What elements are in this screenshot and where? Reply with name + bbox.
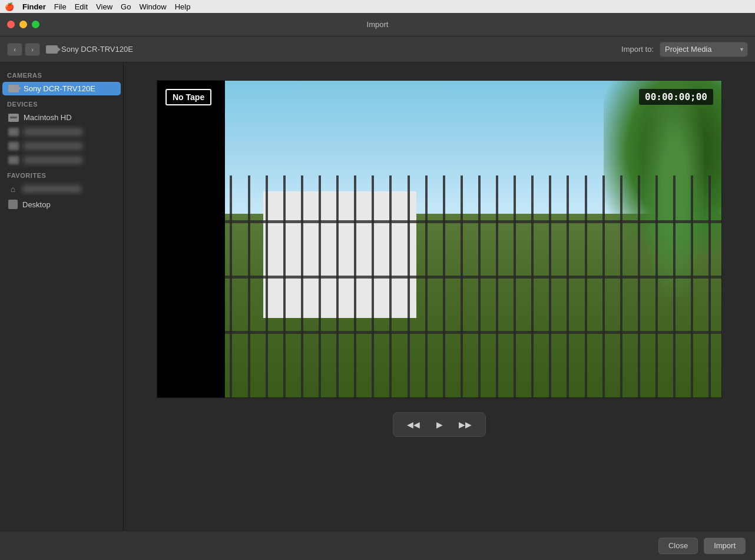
fence-bar-h3 xyxy=(225,331,721,334)
blurred-device-icon-1 xyxy=(8,128,19,136)
desktop-label: Desktop xyxy=(22,200,51,209)
fence-bar-v2 xyxy=(266,175,268,397)
fence-bar-v3 xyxy=(283,175,286,397)
camera-label: Sony DCR-TRV120E xyxy=(46,45,133,54)
fence-bar-v17 xyxy=(531,175,534,397)
home-icon: ⌂ xyxy=(8,184,18,194)
fence-bar-v0 xyxy=(230,175,232,397)
forward-button[interactable]: › xyxy=(25,43,40,56)
menu-window[interactable]: Window xyxy=(139,2,166,11)
import-to-selector[interactable]: Project Media New Bin Desktop xyxy=(660,42,748,57)
fence-bar-v10 xyxy=(408,175,410,397)
fence-bar-v22 xyxy=(620,175,622,397)
fast-forward-button[interactable]: ▶▶ xyxy=(455,416,476,433)
transport-controls: ◀◀ ▶ ▶▶ xyxy=(393,412,486,437)
menu-help[interactable]: Help xyxy=(175,2,191,11)
desktop-icon xyxy=(8,200,18,209)
titlebar: Import xyxy=(0,13,755,37)
no-tape-badge: No Tape xyxy=(165,89,211,105)
close-button[interactable]: Close xyxy=(658,538,698,554)
favorites-section-label: FAVORITES xyxy=(0,167,123,181)
video-scene xyxy=(157,81,721,397)
nav-buttons: ‹ › xyxy=(7,43,40,56)
fence-bar-v16 xyxy=(514,175,516,397)
hdd-icon xyxy=(8,114,19,122)
blurred-device-icon-3 xyxy=(8,156,19,164)
sidebar-item-sony-camera[interactable]: Sony DCR-TRV120E xyxy=(2,82,121,95)
toolbar: ‹ › Sony DCR-TRV120E Import to: Project … xyxy=(0,37,755,62)
rewind-button[interactable]: ◀◀ xyxy=(403,416,424,433)
timecode-display: 00:00:00;00 xyxy=(639,89,713,105)
back-button[interactable]: ‹ xyxy=(7,43,22,56)
fence-bar-h2 xyxy=(225,276,721,279)
maximize-window-button[interactable] xyxy=(32,21,39,28)
menu-edit[interactable]: Edit xyxy=(75,2,88,11)
window-controls xyxy=(7,21,39,28)
camera-device-icon xyxy=(8,85,19,92)
fence-bar-v23 xyxy=(638,175,640,397)
fence-bar-v20 xyxy=(585,175,587,397)
fence-bar-v21 xyxy=(602,175,605,397)
fence-bar-v12 xyxy=(443,175,445,397)
black-strip xyxy=(157,81,225,397)
menu-view[interactable]: View xyxy=(96,2,112,11)
blurred-device-label-1 xyxy=(24,128,82,135)
fence-bar-v14 xyxy=(478,175,481,397)
fence-bar-v9 xyxy=(389,175,392,397)
fence-bar-v18 xyxy=(549,175,551,397)
blurred-device-label-2 xyxy=(24,143,82,150)
main-area: CAMERAS Sony DCR-TRV120E DEVICES Macinto… xyxy=(0,62,755,531)
sidebar-camera-label: Sony DCR-TRV120E xyxy=(24,84,95,93)
sidebar-item-macintosh-hd[interactable]: Macintosh HD xyxy=(2,111,121,124)
blurred-home-label xyxy=(22,185,81,193)
fence-bar-v6 xyxy=(336,175,339,397)
fence-bar-v19 xyxy=(567,175,569,397)
menu-bar: 🍎 Finder File Edit View Go Window Help xyxy=(0,0,755,13)
content-area: No Tape 00:00:00;00 ◀◀ ▶ ▶▶ xyxy=(124,62,755,531)
fence-bar-v1 xyxy=(248,175,250,397)
camera-name: Sony DCR-TRV120E xyxy=(61,45,133,54)
import-button[interactable]: Import xyxy=(704,538,746,554)
fence-bar-v5 xyxy=(319,175,321,397)
camera-icon xyxy=(46,45,58,54)
window-title: Import xyxy=(367,20,389,29)
sidebar-item-home[interactable]: ⌂ xyxy=(2,182,121,196)
menu-file[interactable]: File xyxy=(54,2,67,11)
fence-bar-v26 xyxy=(691,175,693,397)
bottom-bar: Close Import xyxy=(0,531,755,560)
controls-bar: ◀◀ ▶ ▶▶ xyxy=(393,412,486,437)
cameras-section-label: CAMERAS xyxy=(0,67,123,81)
play-button[interactable]: ▶ xyxy=(429,416,450,433)
fence-bar-v25 xyxy=(673,175,675,397)
menu-go[interactable]: Go xyxy=(121,2,131,11)
video-viewer: No Tape 00:00:00;00 xyxy=(157,80,722,398)
fence-bar-v13 xyxy=(461,175,463,397)
fence-bar-v7 xyxy=(354,175,356,397)
minimize-window-button[interactable] xyxy=(19,21,27,28)
blurred-device-label-3 xyxy=(24,157,82,164)
close-window-button[interactable] xyxy=(7,21,15,28)
sidebar-item-blurred-3[interactable] xyxy=(2,154,121,167)
fence-bar-v8 xyxy=(372,175,374,397)
import-to-select[interactable]: Project Media New Bin Desktop xyxy=(660,42,748,57)
blurred-device-icon-2 xyxy=(8,142,19,150)
fence-bar-v27 xyxy=(708,175,711,397)
fence-bar-v11 xyxy=(425,175,428,397)
import-to-label: Import to: xyxy=(621,45,654,54)
sidebar-item-blurred-1[interactable] xyxy=(2,125,121,138)
sidebar-item-blurred-2[interactable] xyxy=(2,140,121,153)
fence-bar-h1 xyxy=(225,220,721,223)
fence-bar-v15 xyxy=(496,175,498,397)
devices-section-label: DEVICES xyxy=(0,96,123,110)
macintosh-hd-label: Macintosh HD xyxy=(24,113,72,122)
menu-finder[interactable]: Finder xyxy=(22,2,46,11)
fence-bar-v24 xyxy=(655,175,658,397)
apple-menu[interactable]: 🍎 xyxy=(5,2,14,11)
sidebar-item-desktop[interactable]: Desktop xyxy=(2,197,121,211)
fence-overlay xyxy=(225,175,721,397)
fence-bar-v4 xyxy=(301,175,303,397)
import-window: Import ‹ › Sony DCR-TRV120E Import to: P… xyxy=(0,13,755,560)
sidebar: CAMERAS Sony DCR-TRV120E DEVICES Macinto… xyxy=(0,62,124,531)
